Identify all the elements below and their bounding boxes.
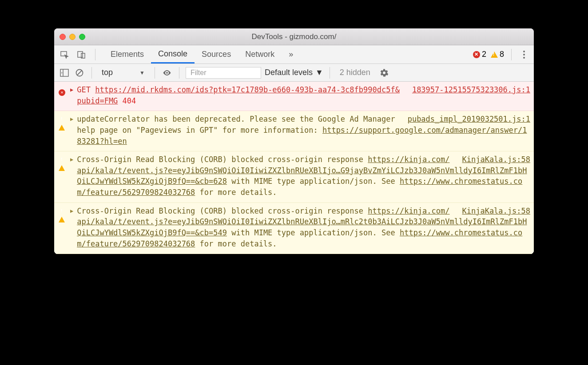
window-title: DevTools - gizmodo.com/ — [54, 32, 534, 41]
tab-network[interactable]: Network — [238, 45, 282, 63]
console-message-warning: ▶ KinjaKala.js:58 Cross-Origin Read Bloc… — [54, 203, 534, 254]
expand-toggle[interactable]: ▶ — [70, 84, 73, 94]
error-count-badge[interactable]: ✕ 2 — [473, 50, 486, 59]
warning-icon — [59, 116, 65, 131]
tab-sources[interactable]: Sources — [195, 45, 238, 63]
chevron-down-icon: ▼ — [315, 68, 323, 77]
titlebar: DevTools - gizmodo.com/ — [54, 28, 534, 45]
clear-console-icon[interactable] — [74, 67, 85, 79]
divider — [179, 67, 179, 79]
error-count: 2 — [482, 50, 486, 59]
message-text: Cross-Origin Read Blocking (CORB) blocke… — [77, 206, 368, 215]
settings-menu-button[interactable] — [519, 51, 529, 59]
context-value: top — [102, 68, 113, 77]
tabbar: Elements Console Sources Network » ✕ 2 8 — [54, 45, 534, 64]
divider — [155, 67, 155, 79]
message-text: with MIME type application/json. See — [227, 228, 400, 237]
tabs: Elements Console Sources Network » — [103, 45, 297, 63]
filter-input[interactable] — [186, 67, 261, 79]
console-message-warning: ▶ pubads_impl_2019032501.js:1 updateCorr… — [54, 111, 534, 151]
message-text: Cross-Origin Read Blocking (CORB) blocke… — [77, 155, 368, 164]
divider — [511, 49, 512, 60]
expand-toggle[interactable]: ▶ — [70, 114, 73, 123]
console-message-error: ✕ ▶ 183957-12515575323306.js:1 GET https… — [54, 82, 534, 111]
svg-rect-1 — [78, 52, 83, 57]
error-icon: ✕ — [473, 51, 480, 58]
live-expression-icon[interactable] — [161, 67, 173, 79]
inspect-element-icon[interactable] — [59, 49, 70, 60]
warning-count: 8 — [500, 50, 504, 59]
console-message-warning: ▶ KinjaKala.js:58 Cross-Origin Read Bloc… — [54, 151, 534, 203]
divider — [95, 49, 95, 60]
warning-count-badge[interactable]: 8 — [491, 50, 504, 59]
message-source-link[interactable]: KinjaKala.js:58 — [462, 206, 530, 217]
tab-elements[interactable]: Elements — [103, 45, 151, 63]
svg-line-6 — [77, 71, 82, 75]
tab-console[interactable]: Console — [151, 45, 195, 63]
svg-point-7 — [166, 72, 168, 74]
console-toolbar: top ▼ Default levels ▼ 2 hidden — [54, 64, 534, 82]
more-tabs-button[interactable]: » — [285, 50, 297, 59]
minimize-window-button[interactable] — [69, 34, 75, 40]
status-code: 404 — [123, 96, 136, 105]
traffic-lights — [60, 34, 85, 40]
message-source-link[interactable]: pubads_impl_2019032501.js:1 — [408, 114, 530, 125]
console-messages: ✕ ▶ 183957-12515575323306.js:1 GET https… — [54, 82, 534, 254]
levels-label: Default levels — [265, 68, 313, 77]
http-method: GET — [77, 85, 91, 94]
message-text: with MIME type application/json. See — [227, 177, 400, 186]
expand-toggle[interactable]: ▶ — [70, 154, 73, 163]
expand-toggle[interactable]: ▶ — [70, 206, 73, 215]
divider — [330, 67, 330, 79]
message-text: for more details. — [195, 188, 277, 197]
message-text: for more details. — [195, 239, 277, 248]
message-source-link[interactable]: 183957-12515575323306.js:1 — [412, 84, 530, 95]
hidden-messages-count[interactable]: 2 hidden — [340, 68, 370, 77]
devtools-window: DevTools - gizmodo.com/ Elements Console… — [54, 28, 534, 254]
sidebar-toggle-icon[interactable] — [59, 67, 70, 79]
warning-icon — [491, 52, 498, 58]
warning-icon — [59, 156, 65, 171]
close-window-button[interactable] — [60, 34, 66, 40]
error-icon: ✕ — [59, 89, 65, 96]
log-levels-selector[interactable]: Default levels ▼ — [265, 68, 323, 77]
context-selector[interactable]: top ▼ — [98, 68, 148, 77]
message-source-link[interactable]: KinjaKala.js:58 — [462, 154, 530, 165]
maximize-window-button[interactable] — [79, 34, 85, 40]
warning-icon — [59, 208, 65, 222]
console-settings-icon[interactable] — [378, 67, 390, 79]
divider — [91, 67, 92, 79]
device-toolbar-icon[interactable] — [75, 49, 87, 60]
chevron-down-icon: ▼ — [139, 70, 145, 76]
